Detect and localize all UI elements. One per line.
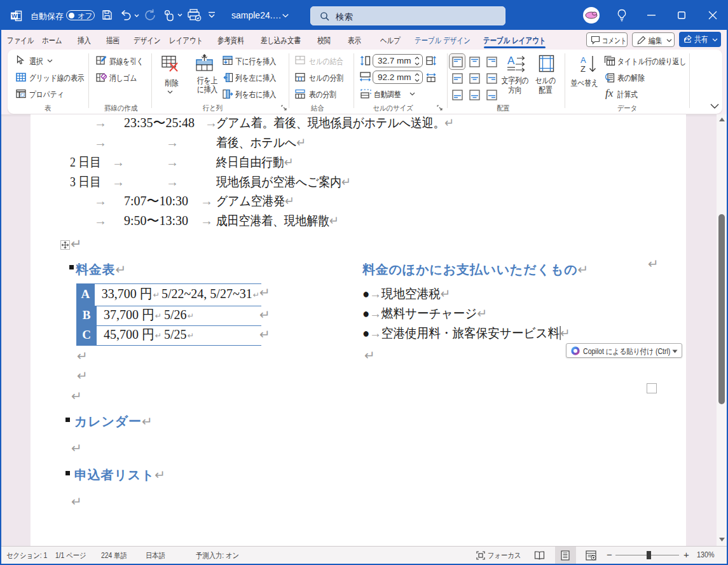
svg-text:A: A [507,55,515,67]
svg-text:Z: Z [580,64,586,74]
svg-text:W: W [11,12,17,19]
svg-text:A: A [580,55,586,65]
